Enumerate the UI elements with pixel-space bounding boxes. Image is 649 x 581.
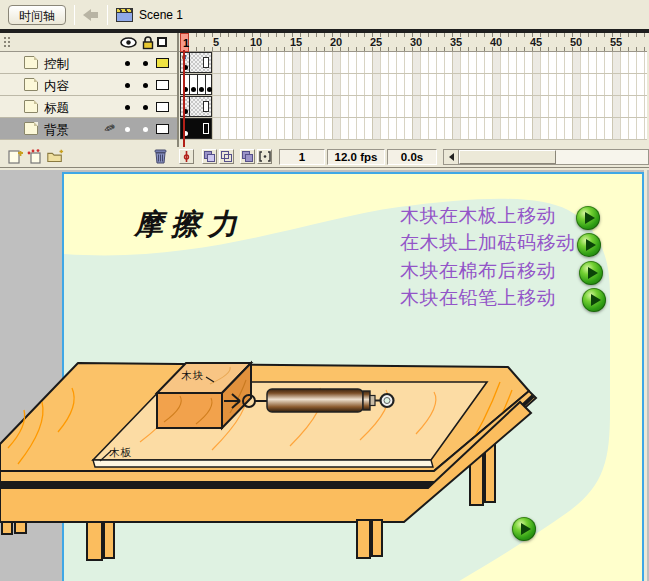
ruler-number: 35 [450, 36, 462, 48]
menu-item-label: 木块在棉布后移动 [400, 258, 556, 284]
ruler-number: 40 [490, 36, 502, 48]
layer-name: 控制 [44, 56, 69, 73]
timeline-scrollbar[interactable] [443, 149, 649, 165]
separator [74, 5, 75, 25]
layer-outline-swatch[interactable] [156, 80, 169, 90]
layer-name: 标题 [44, 100, 69, 117]
modify-onion-markers-button[interactable] [257, 149, 272, 164]
ruler-number: 45 [530, 36, 542, 48]
layer-lock-dot[interactable] [143, 127, 148, 132]
insert-layer-icon[interactable] [6, 149, 24, 164]
current-frame-field[interactable]: 1 [279, 149, 325, 165]
layer-header [0, 33, 177, 52]
layer-visibility-dot[interactable] [125, 105, 130, 110]
stage-pasteboard: 摩擦力 木块在木板上移动在木块上加砝码移动木块在棉布后移动木块在铅笔上移动 [0, 170, 649, 581]
layer-outline-swatch[interactable] [156, 58, 169, 68]
layer-row-2[interactable]: 内容 [0, 74, 177, 96]
outline-view-icon[interactable] [157, 37, 167, 47]
layer-page-icon [24, 122, 38, 135]
layer-page-icon [24, 78, 38, 91]
onion-skin-outlines-button[interactable] [219, 149, 234, 164]
scene-breadcrumb[interactable]: Scene 1 [139, 8, 183, 22]
frames-row[interactable] [180, 96, 647, 118]
scrollbar-thumb[interactable] [459, 150, 556, 164]
ruler-number: 10 [250, 36, 262, 48]
ruler-number: 20 [330, 36, 342, 48]
separator [107, 5, 108, 25]
timeline-panel: 控制内容标题背景✎ 1510152025303540455055 1 a [0, 33, 649, 147]
playhead[interactable] [183, 50, 185, 147]
play-button-2[interactable] [577, 233, 601, 257]
layer-toolbar [0, 147, 179, 166]
frames-grid[interactable]: a [180, 52, 647, 140]
scroll-left-arrow[interactable] [444, 150, 459, 164]
layer-lock-dot[interactable] [143, 83, 148, 88]
lock-icon[interactable] [142, 36, 154, 50]
block-label: 木块 [181, 369, 204, 383]
show-hide-eye-icon[interactable] [120, 37, 137, 48]
edit-pencil-icon: ✎ [102, 120, 117, 138]
board-label: 木板 [109, 446, 132, 460]
layer-name: 内容 [44, 78, 69, 95]
edit-multiple-frames-button[interactable] [240, 149, 255, 164]
elapsed-time-field: 0.0s [387, 149, 437, 165]
timeline-statusbar: 1 12.0 fps 0.0s [0, 147, 649, 166]
frames-row[interactable] [180, 74, 647, 96]
layer-name: 背景 [44, 122, 69, 139]
back-arrow-icon[interactable] [83, 9, 99, 21]
ruler-number: 5 [213, 36, 219, 48]
center-frame-button[interactable] [179, 149, 194, 164]
layer-row-3[interactable]: 标题 [0, 96, 177, 118]
layer-visibility-dot[interactable] [125, 83, 130, 88]
replay-button[interactable] [512, 517, 536, 541]
layer-lock-dot[interactable] [143, 61, 148, 66]
menu-item-label: 在木块上加砝码移动 [400, 230, 576, 256]
layer-page-icon [24, 56, 38, 69]
layer-list: 控制内容标题背景✎ [0, 33, 179, 147]
layer-outline-swatch[interactable] [156, 124, 169, 134]
frame-rate-field[interactable]: 12.0 fps [327, 149, 385, 165]
layer-row-1[interactable]: 控制 [0, 52, 177, 74]
ruler-number: 30 [410, 36, 422, 48]
panel-grip-icon[interactable] [3, 36, 11, 49]
menu-item-label: 木块在铅笔上移动 [400, 285, 556, 311]
frames-row[interactable] [180, 118, 647, 140]
layer-visibility-dot[interactable] [125, 127, 130, 132]
ruler-number: 15 [290, 36, 302, 48]
insert-layer-folder-icon[interactable] [46, 149, 64, 164]
add-motion-guide-icon[interactable] [26, 149, 44, 164]
layer-lock-dot[interactable] [143, 105, 148, 110]
play-button-4[interactable] [582, 288, 606, 312]
scene-clapperboard-icon [116, 8, 133, 22]
flash-authoring-window: 时间轴 Scene 1 控制内容 [0, 0, 649, 581]
play-button-3[interactable] [579, 261, 603, 285]
layer-outline-swatch[interactable] [156, 102, 169, 112]
menu-item-label: 木块在木板上移动 [400, 203, 556, 229]
page-title: 摩擦力 [134, 205, 245, 245]
frame-ruler[interactable]: 1510152025303540455055 1 [179, 33, 647, 52]
stage[interactable]: 摩擦力 木块在木板上移动在木块上加砝码移动木块在棉布后移动木块在铅笔上移动 [62, 172, 644, 581]
delete-layer-trash-icon[interactable] [152, 148, 169, 165]
timeline-panel-tab[interactable]: 时间轴 [8, 5, 66, 25]
layer-row-4[interactable]: 背景✎ [0, 118, 177, 140]
layer-page-icon [24, 100, 38, 113]
ruler-number: 50 [570, 36, 582, 48]
frames-row[interactable]: a [180, 52, 647, 74]
ruler-number: 25 [370, 36, 382, 48]
frames-area: 1510152025303540455055 1 a [179, 33, 647, 147]
play-button-1[interactable] [576, 206, 600, 230]
layer-visibility-dot[interactable] [125, 61, 130, 66]
ruler-number: 55 [610, 36, 622, 48]
timeline-titlebar: 时间轴 Scene 1 [0, 0, 649, 29]
onion-skin-button[interactable] [202, 149, 217, 164]
